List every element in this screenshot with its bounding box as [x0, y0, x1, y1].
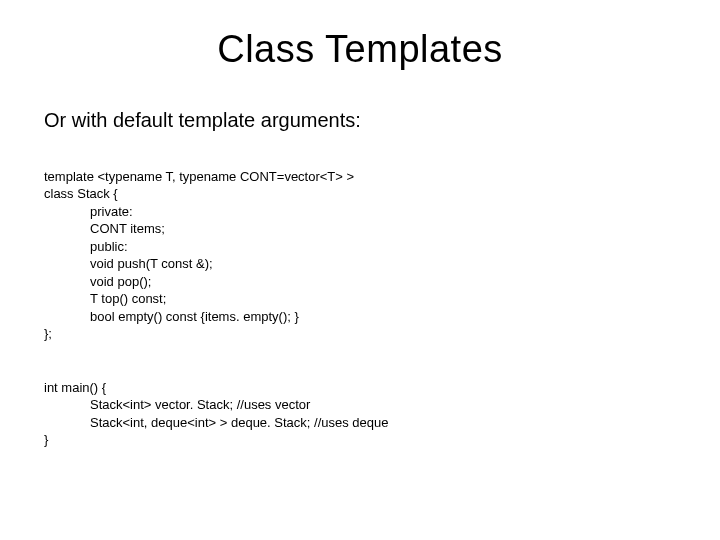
code-line: void push(T const &); [90, 256, 213, 271]
code-line: } [44, 432, 48, 447]
code-line: void pop(); [90, 274, 151, 289]
slide-title: Class Templates [0, 28, 720, 71]
code-block-main: int main() { Stack<int> vector. Stack; /… [44, 361, 720, 449]
code-line: }; [44, 326, 52, 341]
code-line: CONT items; [90, 221, 165, 236]
code-block-stack: template <typename T, typename CONT=vect… [44, 150, 720, 343]
code-line: Stack<int, deque<int> > deque. Stack; //… [90, 415, 389, 430]
code-line: class Stack { [44, 186, 118, 201]
slide-subtitle: Or with default template arguments: [44, 109, 720, 132]
code-line: template <typename T, typename CONT=vect… [44, 169, 354, 184]
code-line: private: [90, 204, 133, 219]
code-line: Stack<int> vector. Stack; //uses vector [90, 397, 310, 412]
code-line: T top() const; [90, 291, 166, 306]
code-line: int main() { [44, 380, 106, 395]
code-line: public: [90, 239, 128, 254]
code-line: bool empty() const {items. empty(); } [90, 309, 299, 324]
slide: Class Templates Or with default template… [0, 28, 720, 540]
